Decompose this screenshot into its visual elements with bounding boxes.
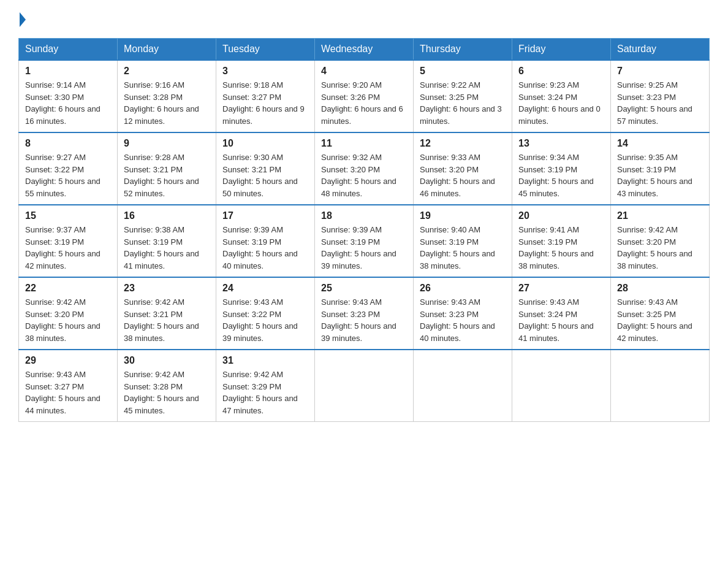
calendar-cell [315,350,414,422]
day-number: 30 [124,355,210,366]
day-number: 17 [222,210,308,221]
day-info: Sunrise: 9:40 AMSunset: 3:19 PMDaylight:… [420,225,495,270]
weekday-header-tuesday: Tuesday [216,39,315,61]
day-number: 8 [25,138,111,149]
day-number: 25 [321,283,407,294]
calendar-cell: 19 Sunrise: 9:40 AMSunset: 3:19 PMDaylig… [414,205,512,277]
calendar-cell [414,350,512,422]
calendar-cell: 11 Sunrise: 9:32 AMSunset: 3:20 PMDaylig… [315,132,414,205]
calendar-week-row: 22 Sunrise: 9:42 AMSunset: 3:20 PMDaylig… [19,277,710,350]
day-number: 21 [617,210,703,221]
day-info: Sunrise: 9:25 AMSunset: 3:23 PMDaylight:… [617,80,692,126]
day-number: 7 [617,66,703,77]
calendar-cell: 25 Sunrise: 9:43 AMSunset: 3:23 PMDaylig… [315,277,414,350]
calendar-cell: 21 Sunrise: 9:42 AMSunset: 3:20 PMDaylig… [611,205,710,277]
calendar-cell: 20 Sunrise: 9:41 AMSunset: 3:19 PMDaylig… [512,205,611,277]
weekday-header-monday: Monday [118,39,216,61]
day-number: 5 [420,66,506,77]
day-info: Sunrise: 9:43 AMSunset: 3:23 PMDaylight:… [321,297,396,343]
day-number: 27 [518,283,604,294]
day-info: Sunrise: 9:42 AMSunset: 3:20 PMDaylight:… [617,225,692,270]
calendar-week-row: 15 Sunrise: 9:37 AMSunset: 3:19 PMDaylig… [19,205,710,277]
calendar-week-row: 29 Sunrise: 9:43 AMSunset: 3:27 PMDaylig… [19,350,710,422]
day-info: Sunrise: 9:43 AMSunset: 3:27 PMDaylight:… [25,370,100,415]
calendar-cell: 12 Sunrise: 9:33 AMSunset: 3:20 PMDaylig… [414,132,512,205]
day-number: 2 [124,66,210,77]
day-number: 15 [25,210,111,221]
day-info: Sunrise: 9:41 AMSunset: 3:19 PMDaylight:… [518,225,594,270]
calendar-cell: 24 Sunrise: 9:43 AMSunset: 3:22 PMDaylig… [216,277,315,350]
weekday-row: SundayMondayTuesdayWednesdayThursdayFrid… [19,39,710,61]
calendar-header: SundayMondayTuesdayWednesdayThursdayFrid… [19,39,710,61]
day-number: 16 [124,210,210,221]
day-info: Sunrise: 9:20 AMSunset: 3:26 PMDaylight:… [321,80,403,126]
calendar-cell: 14 Sunrise: 9:35 AMSunset: 3:19 PMDaylig… [611,132,710,205]
calendar-table: SundayMondayTuesdayWednesdayThursdayFrid… [18,38,710,422]
calendar-cell: 7 Sunrise: 9:25 AMSunset: 3:23 PMDayligh… [611,60,710,132]
day-number: 12 [420,138,506,149]
day-number: 4 [321,66,407,77]
day-number: 20 [518,210,604,221]
calendar-cell: 13 Sunrise: 9:34 AMSunset: 3:19 PMDaylig… [512,132,611,205]
day-number: 13 [518,138,604,149]
calendar-cell: 17 Sunrise: 9:39 AMSunset: 3:19 PMDaylig… [216,205,315,277]
calendar-cell: 8 Sunrise: 9:27 AMSunset: 3:22 PMDayligh… [19,132,118,205]
day-info: Sunrise: 9:43 AMSunset: 3:25 PMDaylight:… [617,297,692,343]
day-info: Sunrise: 9:42 AMSunset: 3:29 PMDaylight:… [222,370,298,415]
calendar-cell: 3 Sunrise: 9:18 AMSunset: 3:27 PMDayligh… [216,60,315,132]
day-number: 9 [124,138,210,149]
day-number: 6 [518,66,604,77]
day-number: 31 [222,355,308,366]
calendar-cell: 4 Sunrise: 9:20 AMSunset: 3:26 PMDayligh… [315,60,414,132]
day-info: Sunrise: 9:32 AMSunset: 3:20 PMDaylight:… [321,153,396,198]
day-info: Sunrise: 9:42 AMSunset: 3:28 PMDaylight:… [124,370,199,415]
day-info: Sunrise: 9:43 AMSunset: 3:23 PMDaylight:… [420,297,495,343]
day-info: Sunrise: 9:16 AMSunset: 3:28 PMDaylight:… [124,80,199,126]
calendar-cell: 30 Sunrise: 9:42 AMSunset: 3:28 PMDaylig… [118,350,216,422]
calendar-cell: 16 Sunrise: 9:38 AMSunset: 3:19 PMDaylig… [118,205,216,277]
calendar-cell: 28 Sunrise: 9:43 AMSunset: 3:25 PMDaylig… [611,277,710,350]
day-number: 28 [617,283,703,294]
day-number: 22 [25,283,111,294]
calendar-week-row: 8 Sunrise: 9:27 AMSunset: 3:22 PMDayligh… [19,132,710,205]
day-number: 24 [222,283,308,294]
calendar-cell: 23 Sunrise: 9:42 AMSunset: 3:21 PMDaylig… [118,277,216,350]
logo-triangle-icon [20,12,26,27]
day-info: Sunrise: 9:23 AMSunset: 3:24 PMDaylight:… [518,80,601,126]
calendar-cell: 18 Sunrise: 9:39 AMSunset: 3:19 PMDaylig… [315,205,414,277]
day-info: Sunrise: 9:28 AMSunset: 3:21 PMDaylight:… [124,153,199,198]
weekday-header-friday: Friday [512,39,611,61]
weekday-header-thursday: Thursday [414,39,512,61]
calendar-cell [611,350,710,422]
day-info: Sunrise: 9:42 AMSunset: 3:21 PMDaylight:… [124,297,199,343]
logo-blue-part [18,12,26,27]
day-info: Sunrise: 9:43 AMSunset: 3:24 PMDaylight:… [518,297,594,343]
day-info: Sunrise: 9:14 AMSunset: 3:30 PMDaylight:… [25,80,100,126]
day-info: Sunrise: 9:42 AMSunset: 3:20 PMDaylight:… [25,297,100,343]
day-info: Sunrise: 9:18 AMSunset: 3:27 PMDaylight:… [222,80,305,126]
day-number: 26 [420,283,506,294]
day-number: 11 [321,138,407,149]
calendar-cell: 31 Sunrise: 9:42 AMSunset: 3:29 PMDaylig… [216,350,315,422]
calendar-cell: 26 Sunrise: 9:43 AMSunset: 3:23 PMDaylig… [414,277,512,350]
day-number: 14 [617,138,703,149]
calendar-cell: 2 Sunrise: 9:16 AMSunset: 3:28 PMDayligh… [118,60,216,132]
day-info: Sunrise: 9:30 AMSunset: 3:21 PMDaylight:… [222,153,298,198]
day-info: Sunrise: 9:35 AMSunset: 3:19 PMDaylight:… [617,153,692,198]
calendar-cell [512,350,611,422]
calendar-body: 1 Sunrise: 9:14 AMSunset: 3:30 PMDayligh… [19,60,710,422]
day-info: Sunrise: 9:27 AMSunset: 3:22 PMDaylight:… [25,153,100,198]
calendar-week-row: 1 Sunrise: 9:14 AMSunset: 3:30 PMDayligh… [19,60,710,132]
day-info: Sunrise: 9:22 AMSunset: 3:25 PMDaylight:… [420,80,502,126]
weekday-header-sunday: Sunday [19,39,118,61]
day-info: Sunrise: 9:39 AMSunset: 3:19 PMDaylight:… [321,225,396,270]
calendar-cell: 6 Sunrise: 9:23 AMSunset: 3:24 PMDayligh… [512,60,611,132]
weekday-header-saturday: Saturday [611,39,710,61]
calendar-cell: 5 Sunrise: 9:22 AMSunset: 3:25 PMDayligh… [414,60,512,132]
logo [18,12,26,27]
day-info: Sunrise: 9:34 AMSunset: 3:19 PMDaylight:… [518,153,594,198]
calendar-cell: 1 Sunrise: 9:14 AMSunset: 3:30 PMDayligh… [19,60,118,132]
day-number: 19 [420,210,506,221]
day-info: Sunrise: 9:37 AMSunset: 3:19 PMDaylight:… [25,225,100,270]
calendar-cell: 29 Sunrise: 9:43 AMSunset: 3:27 PMDaylig… [19,350,118,422]
